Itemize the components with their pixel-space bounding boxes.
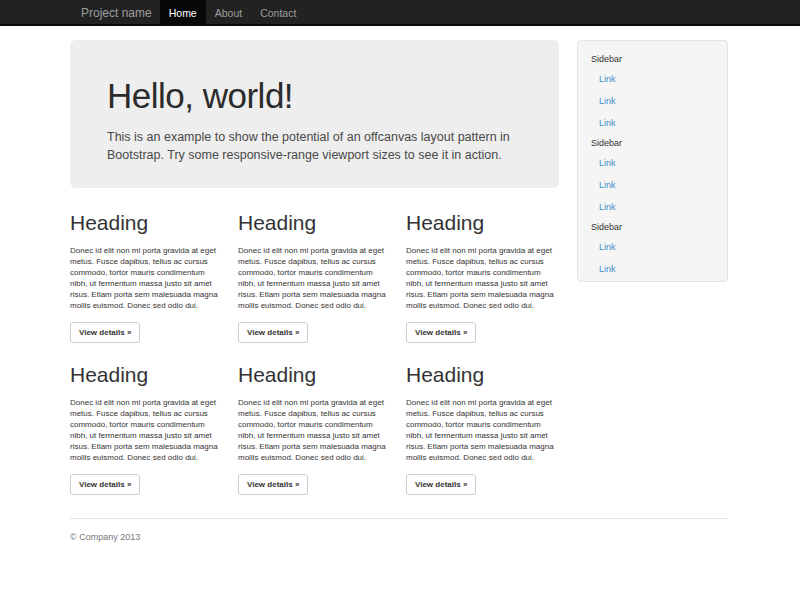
page-title: Hello, world!	[107, 76, 519, 116]
sidebar-link[interactable]: Link	[578, 236, 727, 258]
sidebar-link[interactable]: Link	[578, 196, 727, 218]
card-r2-c1: HeadingDonec id elit non mi porta gravid…	[70, 362, 224, 495]
sidebar-link[interactable]: Link	[578, 174, 727, 196]
view-details-button[interactable]: View details »	[70, 322, 140, 343]
jumbotron: Hello, world! This is an example to show…	[70, 40, 559, 188]
card-heading: Heading	[238, 362, 392, 388]
view-details-button[interactable]: View details »	[70, 474, 140, 495]
card-heading: Heading	[238, 210, 392, 236]
sidebar-link[interactable]: Link	[578, 68, 727, 90]
card-r2-c3: HeadingDonec id elit non mi porta gravid…	[406, 362, 560, 495]
card-body-text: Donec id elit non mi porta gravida at eg…	[70, 397, 224, 463]
card-body-text: Donec id elit non mi porta gravida at eg…	[238, 245, 392, 311]
card-r1-c3: HeadingDonec id elit non mi porta gravid…	[406, 210, 560, 343]
view-details-button[interactable]: View details »	[406, 474, 476, 495]
card-body-text: Donec id elit non mi porta gravida at eg…	[70, 245, 224, 311]
sidebar-group-heading: Sidebar	[578, 221, 727, 233]
footer: © Company 2013	[70, 518, 728, 542]
card-r1-c2: HeadingDonec id elit non mi porta gravid…	[238, 210, 392, 343]
card-r1-c1: HeadingDonec id elit non mi porta gravid…	[70, 210, 224, 343]
card-heading: Heading	[406, 210, 560, 236]
view-details-button[interactable]: View details »	[238, 322, 308, 343]
card-heading: Heading	[70, 210, 224, 236]
card-body-text: Donec id elit non mi porta gravida at eg…	[406, 397, 560, 463]
sidebar-link[interactable]: Link	[578, 152, 727, 174]
jumbotron-description: This is an example to show the potential…	[107, 128, 513, 164]
view-details-button[interactable]: View details »	[406, 322, 476, 343]
sidebar-link[interactable]: Link	[578, 112, 727, 134]
card-r2-c2: HeadingDonec id elit non mi porta gravid…	[238, 362, 392, 495]
card-body-text: Donec id elit non mi porta gravida at eg…	[406, 245, 560, 311]
copyright-text: © Company 2013	[70, 532, 728, 542]
page: Project name HomeAboutContact Hello, wor…	[0, 0, 800, 600]
sidebar: SidebarLinkLinkLinkSidebarLinkLinkLinkSi…	[577, 40, 728, 282]
card-body-text: Donec id elit non mi porta gravida at eg…	[238, 397, 392, 463]
card-heading: Heading	[70, 362, 224, 388]
sidebar-group-heading: Sidebar	[578, 137, 727, 149]
sidebar-group-heading: Sidebar	[578, 53, 727, 65]
main-content: Hello, world! This is an example to show…	[70, 0, 730, 600]
sidebar-link[interactable]: Link	[578, 90, 727, 112]
view-details-button[interactable]: View details »	[238, 474, 308, 495]
card-heading: Heading	[406, 362, 560, 388]
sidebar-link[interactable]: Link	[578, 258, 727, 280]
